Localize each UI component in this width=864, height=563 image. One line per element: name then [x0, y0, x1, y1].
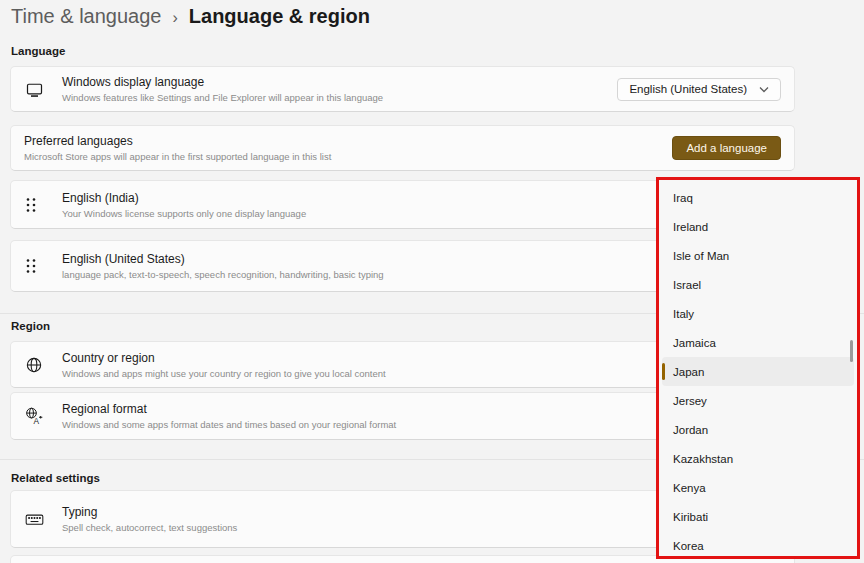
add-language-button[interactable]: Add a language: [672, 136, 781, 160]
country-option-label: Ireland: [673, 221, 708, 233]
display-language-selected-value: English (United States): [629, 83, 747, 95]
country-option-label: Korea: [673, 540, 704, 552]
row-title: English (India): [62, 191, 306, 205]
row-title: Windows display language: [62, 75, 383, 89]
country-option[interactable]: Japan: [662, 357, 854, 386]
country-option-label: Jordan: [673, 424, 708, 436]
row-subtitle: Windows features like Settings and File …: [62, 92, 383, 103]
selected-accent-bar: [662, 363, 665, 380]
country-list: IraqIrelandIsle of ManIsraelItalyJamaica…: [659, 183, 857, 560]
country-option-label: Kazakhstan: [673, 453, 733, 465]
country-option[interactable]: Korea: [662, 531, 854, 560]
country-dropdown-list: IraqIrelandIsle of ManIsraelItalyJamaica…: [656, 177, 860, 559]
row-subtitle: Windows and some apps format dates and t…: [62, 419, 396, 430]
preferred-languages-row: Preferred languages Microsoft Store apps…: [10, 125, 795, 171]
country-option[interactable]: Kiribati: [662, 502, 854, 531]
breadcrumb: Time & language › Language & region: [11, 5, 370, 28]
dropdown-scrollbar-thumb[interactable]: [850, 340, 853, 362]
country-option[interactable]: Jamaica: [662, 328, 854, 357]
windows-display-language-row: Windows display language Windows feature…: [10, 66, 795, 112]
row-title: Typing: [62, 505, 237, 519]
country-option[interactable]: Israel: [662, 270, 854, 299]
related-settings-label: Related settings: [11, 472, 100, 484]
country-option[interactable]: Italy: [662, 299, 854, 328]
grip-dots-icon[interactable]: [24, 197, 62, 213]
country-option-label: Italy: [673, 308, 694, 320]
row-title: Regional format: [62, 402, 396, 416]
globe-translate-icon: A: [24, 406, 62, 426]
page-title: Language & region: [189, 5, 370, 28]
row-subtitle: Your Windows license supports only one d…: [62, 208, 306, 219]
country-option-label: Iraq: [673, 192, 693, 204]
display-language-select[interactable]: English (United States): [617, 78, 781, 101]
row-subtitle: Microsoft Store apps will appear in the …: [24, 151, 331, 162]
row-subtitle: Spell check, autocorrect, text suggestio…: [62, 522, 237, 533]
country-option[interactable]: Ireland: [662, 212, 854, 241]
country-option-label: Japan: [673, 366, 704, 378]
country-option[interactable]: Jordan: [662, 415, 854, 444]
row-title: Country or region: [62, 351, 386, 365]
globe-icon: [24, 355, 62, 375]
row-subtitle: language pack, text-to-speech, speech re…: [62, 269, 384, 280]
country-option-label: Jersey: [673, 395, 707, 407]
grip-dots-icon[interactable]: [24, 258, 62, 274]
country-option[interactable]: Kenya: [662, 473, 854, 502]
breadcrumb-chevron-icon: ›: [172, 7, 177, 27]
chevron-down-icon: [759, 86, 769, 93]
country-option[interactable]: Iraq: [662, 183, 854, 212]
region-section-label: Region: [11, 320, 50, 332]
svg-text:A: A: [34, 416, 40, 426]
country-option-label: Israel: [673, 279, 701, 291]
country-option[interactable]: Isle of Man: [662, 241, 854, 270]
row-title: Preferred languages: [24, 134, 331, 148]
country-option[interactable]: Jersey: [662, 386, 854, 415]
country-option-label: Jamaica: [673, 337, 716, 349]
keyboard-icon: [24, 509, 62, 530]
row-title: English (United States): [62, 252, 384, 266]
country-option-label: Kenya: [673, 482, 706, 494]
language-section-label: Language: [11, 45, 65, 57]
country-option-label: Kiribati: [673, 511, 708, 523]
country-option[interactable]: Kazakhstan: [662, 444, 854, 473]
monitor-icon: [24, 79, 62, 100]
breadcrumb-parent[interactable]: Time & language: [11, 5, 161, 28]
country-option-label: Isle of Man: [673, 250, 729, 262]
row-subtitle: Windows and apps might use your country …: [62, 368, 386, 379]
